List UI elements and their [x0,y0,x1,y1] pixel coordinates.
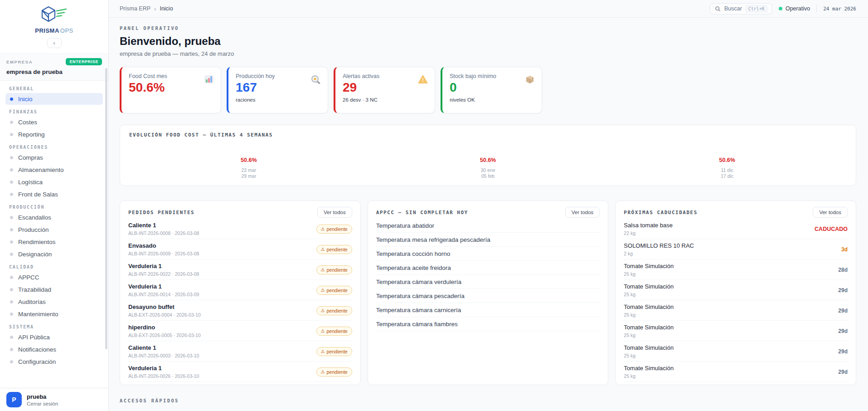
sidebar-item-label: Auditorías [18,298,46,305]
sidebar-section-label: GENERAL [9,86,99,91]
order-reference: ALB-INT-2026-0008 · 2026-03-08 [128,230,199,236]
expiry-row[interactable]: Tomate Simulación25 kg29d [624,280,848,300]
status-dot-icon [779,7,782,10]
order-reference: ALB-EXT-2026-0005 · 2026-03-10 [128,333,201,338]
warning-icon: ⚠ [321,308,325,313]
kpi-label: Stock bajo mínimo [450,73,534,79]
sidebar-item-appcc[interactable]: APPCC [5,271,103,283]
bullet-icon [10,313,13,316]
expiry-row[interactable]: Salsa tomate base22 kgCADUCADO [624,219,848,239]
pedidos-ver-todos-button[interactable]: Ver todos [317,207,352,218]
appcc-item[interactable]: Temperatura cámara carnicería [376,303,600,317]
sidebar-item-configuracion[interactable]: Configuración [5,356,103,367]
order-row[interactable]: Verduleria 1ALB-INT-2026-0026 · 2026-03-… [128,362,352,382]
product-quantity: 25 kg [624,353,674,358]
appcc-item[interactable]: Temperatura cámara pescadería [376,289,600,303]
appcc-ver-todos-button[interactable]: Ver todos [565,207,600,218]
order-row[interactable]: Desayuno buffetALB-EXT-2026-0004 · 2026-… [128,300,352,321]
bullet-icon [10,121,13,124]
sidebar-item-label: Trazabilidad [18,286,51,293]
sidebar-item-costes[interactable]: Costes [5,116,103,128]
week-end-date: 29 mar [129,173,369,179]
system-status: Operativo [779,5,810,12]
breadcrumb-separator: › [150,5,160,12]
order-info: Desayuno buffetALB-EXT-2026-0004 · 2026-… [128,303,201,318]
badge-label: pendiente [327,267,348,273]
sidebar-item-almacenamiento[interactable]: Almacenamiento [5,164,103,176]
sidebar-item-trazabilidad[interactable]: Trazabilidad [5,284,103,295]
expiry-row[interactable]: SOLOMILLO RES 10 RAC2 kg3d [624,239,848,259]
breadcrumb-root[interactable]: Prisma ERP [120,5,150,12]
sidebar-item-logistica[interactable]: Logística [5,176,103,188]
search-input[interactable]: Buscar Ctrl+K [710,3,772,15]
sidebar-item-front-de-salas[interactable]: Front de Salas [5,188,103,200]
order-row[interactable]: Verduleria 1ALB-INT-2026-0022 · 2026-03-… [128,259,352,280]
product-name: Tomate Simulación [624,303,674,311]
company-name: empresa de prueba [6,68,102,75]
sidebar-item-escandallos[interactable]: Escandallos [5,211,103,223]
expiry-row[interactable]: Tomate Simulación25 kg29d [624,300,848,321]
order-name: Envasado [128,242,199,250]
order-info: hiperdinoALB-EXT-2026-0005 · 2026-03-10 [128,324,201,338]
kpi-sublabel: raciones [236,97,320,103]
sidebar-item-rendimientos[interactable]: Rendimientos [5,236,103,248]
order-row[interactable]: EnvasadoALB-INT-2026-0009 · 2026-03-08⚠p… [128,239,352,259]
sidebar-item-reporting[interactable]: Reporting [5,128,103,140]
order-info: Caliente 1ALB-INT-2026-0008 · 2026-03-08 [128,222,199,236]
caducidades-ver-todos-button[interactable]: Ver todos [813,207,848,218]
sidebar-item-api-publica[interactable]: API Pública [5,331,103,343]
sidebar-scrollbar[interactable] [105,68,107,349]
order-reference: ALB-INT-2026-0003 · 2026-03-10 [128,353,199,358]
product-quantity: 2 kg [624,251,694,256]
sidebar-item-designacion[interactable]: Designación [5,248,103,260]
appcc-item[interactable]: Temperatura cámara fiambres [376,317,600,331]
page-title: Bienvenido, prueba [120,35,856,48]
expiry-status: CADUCADO [815,226,848,232]
order-row[interactable]: hiperdinoALB-EXT-2026-0005 · 2026-03-10⚠… [128,321,352,341]
panel-title: PRÓXIMAS CADUCIDADES [624,210,697,215]
sidebar-item-notificaciones[interactable]: Notificaciones [5,343,103,355]
expiry-status: 29d [838,308,848,314]
panel-caducidades: PRÓXIMAS CADUCIDADES Ver todos Salsa tom… [615,201,856,385]
expiry-status: 3d [841,246,848,253]
logout-link[interactable]: Cerrar sesión [27,401,58,406]
expiry-row[interactable]: Tomate Simulación25 kg29d [624,321,848,341]
warning-icon [417,74,428,85]
product-quantity: 25 kg [624,271,674,277]
sidebar-item-label: API Pública [18,334,50,341]
product-name: Tomate Simulación [624,263,674,270]
order-reference: ALB-INT-2026-0014 · 2026-03-09 [128,292,199,297]
sidebar-item-mantenimiento[interactable]: Mantenimiento [5,308,103,320]
appcc-item[interactable]: Temperatura aceite freidora [376,261,600,275]
frying-pan-icon [310,74,321,85]
order-row[interactable]: Caliente 1ALB-INT-2026-0003 · 2026-03-10… [128,341,352,362]
company-label: EMPRESA [6,59,33,64]
order-row[interactable]: Caliente 1ALB-INT-2026-0008 · 2026-03-08… [128,219,352,239]
sidebar-item-compras[interactable]: Compras [5,152,103,163]
appcc-item[interactable]: Temperatura mesa refrigerada pescadería [376,233,600,247]
warning-icon: ⚠ [321,370,325,374]
appcc-item[interactable]: Temperatura cocción horno [376,247,600,261]
appcc-item[interactable]: Temperatura abatidor [376,219,600,233]
order-row[interactable]: Verduleria 1ALB-INT-2026-0014 · 2026-03-… [128,280,352,300]
expiry-info: Tomate Simulación25 kg [624,365,674,379]
bullet-icon [10,360,13,363]
sidebar-item-produccion[interactable]: Producción [5,224,103,235]
sidebar-item-inicio[interactable]: Inicio [5,93,103,105]
badge-label: pendiente [327,369,348,375]
brand-text: PRISMAOPS [0,27,108,34]
brand-name: PRISMA [35,27,59,34]
user-block: P prueba Cerrar sesión [0,388,108,411]
pendiente-badge: ⚠pendiente [316,327,352,336]
appcc-item[interactable]: Temperatura cámara verdulería [376,275,600,289]
product-name: Tomate Simulación [624,365,674,372]
order-reference: ALB-INT-2026-0026 · 2026-03-10 [128,373,199,379]
order-info: EnvasadoALB-INT-2026-0009 · 2026-03-08 [128,242,199,256]
expiry-row[interactable]: Tomate Simulación25 kg28d [624,259,848,280]
sidebar-item-auditorias[interactable]: Auditorías [5,296,103,308]
expiry-row[interactable]: Tomate Simulación25 kg29d [624,362,848,382]
sidebar-collapse-button[interactable]: ‹ [47,38,62,48]
kpi-value: 167 [236,81,320,94]
header-date: 24 mar 2026 [823,6,856,12]
expiry-row[interactable]: Tomate Simulación25 kg29d [624,341,848,362]
